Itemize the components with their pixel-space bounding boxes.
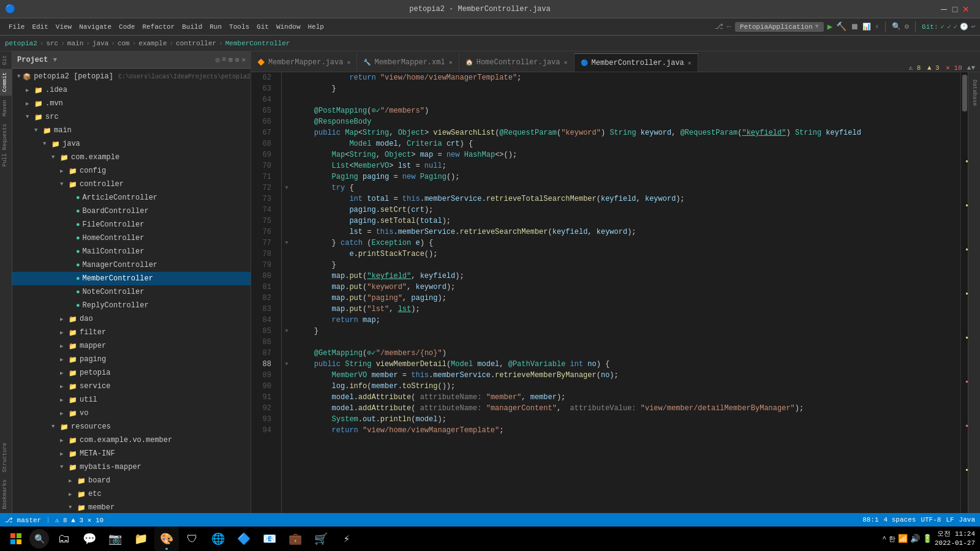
back-icon[interactable]: ←: [727, 23, 731, 31]
taskbar-app-ide[interactable]: 🎨: [154, 527, 179, 551]
tree-item-util[interactable]: ▶📁util: [12, 393, 251, 407]
menu-item-build[interactable]: Build: [178, 22, 206, 32]
collapse-icon[interactable]: ≡: [222, 56, 227, 64]
tab-member-controller[interactable]: 🔵 MemberController.java ✕: [575, 53, 698, 72]
build-button[interactable]: 🔨: [836, 21, 846, 32]
close-button[interactable]: ✕: [962, 5, 970, 13]
tree-item-notecontroller[interactable]: ●NoteController: [12, 285, 251, 299]
fold-arrow[interactable]: ▼: [285, 328, 288, 334]
fold-arrow[interactable]: ▼: [285, 185, 288, 191]
menu-item-view[interactable]: View: [52, 22, 75, 32]
tree-item-boardcontroller[interactable]: ●BoardController: [12, 204, 251, 218]
tree-item-member[interactable]: ▼📁member: [12, 501, 251, 513]
volume-icon[interactable]: 🔊: [910, 534, 920, 544]
scroll-down-icon[interactable]: ▼: [971, 64, 975, 72]
taskbar-app-office[interactable]: 💼: [283, 527, 307, 551]
keyboard-layout[interactable]: 한: [889, 534, 895, 544]
tree-item-board[interactable]: ▶📁board: [12, 474, 251, 487]
gear-icon[interactable]: ⚙: [235, 56, 239, 64]
breadcrumb-src[interactable]: src: [46, 40, 58, 47]
tree-item-petopia[interactable]: ▶📁petopia: [12, 366, 251, 380]
stop-button[interactable]: ⏹: [850, 22, 859, 32]
tree-item-resources[interactable]: ▼📁resources: [12, 420, 251, 433]
taskbar-clock[interactable]: 오전 11:24 2022-01-27: [935, 530, 975, 549]
breadcrumb-controller[interactable]: controller: [176, 40, 216, 47]
tree-item-controller[interactable]: ▼📁controller: [12, 178, 251, 191]
menu-item-run[interactable]: Run: [206, 22, 225, 32]
breadcrumb-class[interactable]: MemberController: [225, 40, 290, 47]
tree-item-paging[interactable]: ▶📁paging: [12, 353, 251, 366]
tree-item-vo[interactable]: ▶📁vo: [12, 407, 251, 420]
database-tab[interactable]: Database: [970, 77, 979, 108]
tree-item-filecontroller[interactable]: ●FileController: [12, 218, 251, 231]
tree-item-meta-inf[interactable]: ▶📁META-INF: [12, 447, 251, 460]
expand-icon[interactable]: ⊞: [228, 56, 233, 64]
taskbar-app-camera[interactable]: 📷: [103, 527, 127, 551]
taskbar-app-edge[interactable]: 🔷: [232, 527, 256, 551]
taskbar-app-mail[interactable]: 📧: [257, 527, 282, 551]
indent-status[interactable]: 4 spaces: [884, 516, 916, 523]
settings-icon[interactable]: ⚙: [905, 22, 909, 31]
code-content[interactable]: return "view/home/viewManagerTemplate"; …: [292, 72, 960, 513]
tree-item-mapper[interactable]: ▶📁mapper: [12, 339, 251, 353]
tree-item-petopia2--petopia-[interactable]: ▼📦petopia2 [petopia]C:\Users\lucas\IdeaP…: [12, 70, 251, 83]
minimap-scrollbar[interactable]: [960, 72, 968, 513]
tab-member-mapper-xml[interactable]: 🔧 MemberMapper.xml ✕: [357, 53, 459, 72]
search-icon[interactable]: 🔍: [892, 22, 901, 31]
tray-arrow[interactable]: ^: [882, 535, 886, 542]
tree-item-service[interactable]: ▶📁service: [12, 380, 251, 393]
tree-item--mvn[interactable]: ▶📁.mvn: [12, 97, 251, 110]
taskbar-app-browser[interactable]: 🌐: [206, 527, 230, 551]
line-sep-status[interactable]: LF: [946, 516, 954, 523]
tree-item-replycontroller[interactable]: ●ReplyController: [12, 299, 251, 312]
profiler-button[interactable]: ⚡: [875, 23, 879, 31]
tree-item-main[interactable]: ▼📁main: [12, 124, 251, 137]
taskbar-app-store[interactable]: 🛒: [309, 527, 333, 551]
menu-item-tools[interactable]: Tools: [225, 22, 253, 32]
tree-item-homecontroller[interactable]: ●HomeController: [12, 231, 251, 245]
tree-item-filter[interactable]: ▶📁filter: [12, 326, 251, 339]
tree-item-dao[interactable]: ▶📁dao: [12, 312, 251, 326]
project-dropdown[interactable]: ▼: [53, 56, 57, 64]
tree-item-java[interactable]: ▼📁java: [12, 137, 251, 151]
taskbar-app-files[interactable]: 📁: [129, 527, 153, 551]
vcs-icon[interactable]: ⎇: [715, 22, 723, 31]
breadcrumb-project[interactable]: petopia2: [5, 40, 37, 47]
vert-tab-pull[interactable]: Pull Requests: [0, 120, 12, 170]
tab-home-controller[interactable]: 🏠 HomeController.java ✕: [459, 53, 575, 72]
taskbar-app-terminal[interactable]: ⚡: [334, 527, 359, 551]
minimize-button[interactable]: ─: [940, 5, 948, 13]
tree-item-src[interactable]: ▼📁src: [12, 110, 251, 124]
encoding-status[interactable]: UTF-8: [921, 516, 941, 523]
tree-item-membercontroller[interactable]: ●MemberController: [12, 272, 251, 285]
vert-tab-maven[interactable]: Maven: [0, 96, 12, 120]
locate-icon[interactable]: ◎: [216, 56, 220, 64]
fold-arrow[interactable]: ▼: [285, 240, 288, 246]
taskbar-app-chat[interactable]: 💬: [77, 527, 102, 551]
breadcrumb-example[interactable]: example: [138, 40, 167, 47]
menu-item-navigate[interactable]: Navigate: [75, 22, 115, 32]
warnings-status[interactable]: ⚠ 8 ▲ 3 ✕ 10: [55, 516, 104, 524]
close-panel-icon[interactable]: ✕: [241, 56, 246, 64]
breadcrumb-com[interactable]: com: [118, 40, 130, 47]
tab-close-1[interactable]: ✕: [347, 59, 350, 66]
scroll-up-icon[interactable]: ▲: [967, 64, 971, 72]
wifi-icon[interactable]: 📶: [898, 534, 908, 544]
battery-icon[interactable]: 🔋: [922, 534, 932, 544]
tree-item-com-example[interactable]: ▼📁com.example: [12, 151, 251, 164]
fold-arrow[interactable]: ▼: [285, 361, 288, 367]
maximize-button[interactable]: □: [951, 5, 959, 13]
vert-tab-bookmarks[interactable]: Bookmarks: [0, 476, 12, 513]
run-button[interactable]: ▶: [827, 21, 832, 32]
breadcrumb-main[interactable]: main: [67, 40, 83, 47]
taskbar-app-antivirus[interactable]: 🛡: [180, 527, 205, 551]
line-col-status[interactable]: 88:1: [862, 516, 878, 523]
tree-item-managercontroller[interactable]: ●ManagerController: [12, 258, 251, 272]
tab-member-mapper-java[interactable]: 🔶 MemberMapper.java ✕: [251, 53, 357, 72]
tree-item--idea[interactable]: ▶📁.idea: [12, 83, 251, 97]
coverage-button[interactable]: 📊: [862, 23, 871, 31]
menu-item-refactor[interactable]: Refactor: [138, 22, 178, 32]
tree-item-mailcontroller[interactable]: ●MailController: [12, 245, 251, 258]
tree-item-config[interactable]: ▶📁config: [12, 164, 251, 178]
menu-item-code[interactable]: Code: [115, 22, 138, 32]
